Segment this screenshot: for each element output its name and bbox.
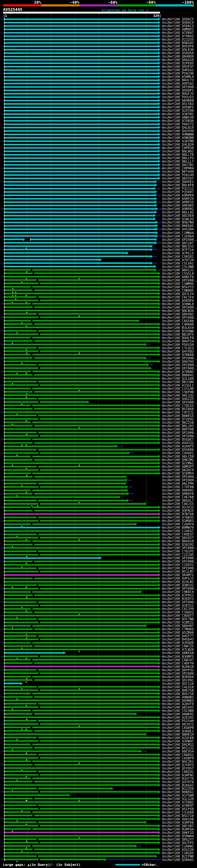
hit-label[interactable]: UniRef100_Q1K322 xyxy=(162,604,194,607)
hit-bar[interactable] xyxy=(5,334,158,335)
hit-bar[interactable] xyxy=(5,198,155,199)
hit-label[interactable]: UniRef100_A7XB36 xyxy=(162,119,194,123)
hit-label[interactable]: UniRef100_P35007 xyxy=(162,190,194,194)
hit-label[interactable]: UniRef100_UPI000.. xyxy=(162,478,197,482)
hit-bar[interactable] xyxy=(5,791,158,793)
hit-bar[interactable] xyxy=(5,80,158,81)
hit-label[interactable]: UniRef100_Q3A392 xyxy=(162,543,194,546)
hit-bar[interactable] xyxy=(5,137,158,138)
hit-label[interactable]: UniRef100_A1R4D6 xyxy=(162,641,194,645)
hit-bar[interactable] xyxy=(5,164,158,166)
hit-label[interactable]: UniRef100_Q0RAY6 xyxy=(162,492,194,495)
hit-bar[interactable] xyxy=(5,337,158,338)
hit-label[interactable]: UniRef100_B3EDY3 xyxy=(162,597,194,600)
hit-label[interactable]: UniRef100_B8XIJ1 xyxy=(162,269,194,272)
hit-label[interactable]: UniRef100_P32112 xyxy=(162,187,194,190)
hit-label[interactable]: UniRef100_B7FT14 xyxy=(162,248,194,252)
hit-label[interactable]: UniRef100_Q09BK3 xyxy=(162,699,194,702)
hit-bar[interactable] xyxy=(5,588,158,589)
hit-bar[interactable] xyxy=(5,374,158,376)
hit-label[interactable]: UniRef100_B8J1W4 xyxy=(162,380,194,384)
hit-label[interactable]: UniRef100_Q9SWF5 xyxy=(162,105,194,109)
hit-bar[interactable] xyxy=(5,276,158,277)
hit-bar[interactable] xyxy=(5,377,158,379)
hit-label[interactable]: UniRef100_UPI000.. xyxy=(162,356,197,360)
hit-bar[interactable] xyxy=(5,547,158,549)
hit-label[interactable]: UniRef100_A4FGJ3 xyxy=(162,577,194,580)
hit-bar[interactable] xyxy=(5,757,158,759)
hit-label[interactable]: UniRef100_B0MW70 xyxy=(162,526,194,529)
hit-label[interactable]: UniRef100_C0A8S2 xyxy=(162,753,194,756)
hit-label[interactable]: UniRef100_UPI000.. xyxy=(162,316,197,319)
hit-label[interactable]: UniRef100_UPI000.. xyxy=(162,363,197,367)
hit-label[interactable]: UniRef100_Q8GGL7 xyxy=(162,499,194,502)
hit-label[interactable]: UniRef100_UPI000.. xyxy=(162,238,197,241)
hit-bar[interactable] xyxy=(5,195,155,196)
hit-label[interactable]: UniRef100_A4FNJ5 xyxy=(162,509,194,513)
hit-bar[interactable] xyxy=(5,29,158,30)
hit-bar[interactable] xyxy=(5,601,158,603)
hit-label[interactable]: UniRef100_O23255 xyxy=(162,38,194,41)
hit-bar[interactable] xyxy=(5,486,126,488)
hit-label[interactable]: UniRef100_B8J8T5 xyxy=(162,333,194,336)
hit-bar[interactable] xyxy=(5,86,158,88)
hit-label[interactable]: UniRef100_B9DG03 xyxy=(162,41,194,45)
hit-label[interactable]: UniRef100_A3RPV6 xyxy=(162,821,194,824)
hit-bar[interactable] xyxy=(5,191,155,193)
hit-label[interactable]: UniRef100_Q2PEU5 xyxy=(162,62,194,65)
hit-bar[interactable] xyxy=(5,581,158,583)
hit-label[interactable]: UniRef100_Q9SDP1 xyxy=(162,89,194,92)
hit-bar[interactable] xyxy=(5,848,158,850)
hit-label[interactable]: UniRef100_A2E342 xyxy=(162,716,194,719)
hit-label[interactable]: UniRef100_Q84RD8 xyxy=(162,99,194,102)
hit-label[interactable]: UniRef100_C4E768 xyxy=(162,495,194,499)
hit-label[interactable]: UniRef100_B0RE61 xyxy=(162,790,194,794)
hit-label[interactable]: UniRef100_A9NWW8 xyxy=(162,133,194,136)
hit-bar[interactable] xyxy=(5,405,158,406)
hit-bar[interactable] xyxy=(31,239,155,240)
hit-bar[interactable] xyxy=(5,225,156,227)
hit-bar[interactable] xyxy=(5,49,158,51)
hit-label[interactable]: UniRef100_Q8A407 xyxy=(162,624,194,627)
hit-bar[interactable] xyxy=(5,476,124,477)
hit-bar[interactable] xyxy=(5,679,158,681)
hit-bar[interactable] xyxy=(5,591,140,593)
hit-label[interactable]: UniRef100_UPI000.. xyxy=(162,475,197,478)
hit-bar[interactable] xyxy=(5,856,155,857)
hit-bar[interactable] xyxy=(5,39,158,40)
hit-label[interactable]: UniRef100_B2AGG2 xyxy=(162,784,194,787)
hit-bar[interactable] xyxy=(5,598,158,599)
hit-bar[interactable] xyxy=(5,428,158,430)
hit-label[interactable]: UniRef100_C1SJQ5 xyxy=(162,553,194,556)
hit-label[interactable]: UniRef100_C4XQV1 xyxy=(162,452,194,455)
hit-label[interactable]: UniRef100_B8LLT6 xyxy=(162,153,194,156)
hit-label[interactable]: UniRef100_C1AEG7 xyxy=(162,529,194,533)
hit-label[interactable]: UniRef100_C0ZWY9 xyxy=(162,756,194,760)
hit-bar[interactable] xyxy=(5,506,158,508)
hit-label[interactable]: UniRef100_C4RRA0 xyxy=(162,323,194,326)
hit-bar[interactable] xyxy=(5,635,158,637)
hit-bar[interactable] xyxy=(5,662,158,664)
hit-label[interactable]: UniRef100_B8LL02 xyxy=(162,211,194,214)
hit-label[interactable]: UniRef100_A1WFN2 xyxy=(162,773,194,777)
hit-bar[interactable] xyxy=(5,310,158,311)
hit-label[interactable]: UniRef100_C8XJI5 xyxy=(162,502,194,505)
hit-bar[interactable] xyxy=(5,642,158,644)
hit-bar[interactable] xyxy=(5,357,144,359)
hit-bar[interactable] xyxy=(5,242,155,244)
hit-bar[interactable] xyxy=(5,734,144,735)
hit-label[interactable]: UniRef100_B2IFN0 xyxy=(162,855,194,858)
hit-bar[interactable] xyxy=(5,222,156,223)
hit-label[interactable]: UniRef100_Q8Y387 xyxy=(162,824,194,828)
hit-bar[interactable] xyxy=(5,59,158,61)
hit-bar[interactable] xyxy=(5,147,158,149)
hit-label[interactable]: UniRef100_Q476T8 xyxy=(162,780,194,784)
hit-label[interactable]: UniRef100_Q2XTD0 xyxy=(162,109,194,113)
hit-label[interactable]: UniRef100_C1EH64 xyxy=(162,235,194,238)
hit-bar[interactable] xyxy=(5,327,158,328)
hit-bar[interactable] xyxy=(5,212,155,213)
hit-label[interactable]: UniRef100_A1KYB0 xyxy=(162,140,194,143)
hit-bar[interactable] xyxy=(5,289,158,291)
hit-bar[interactable] xyxy=(5,463,158,464)
hit-label[interactable]: UniRef100_B6VC73 xyxy=(162,79,194,82)
